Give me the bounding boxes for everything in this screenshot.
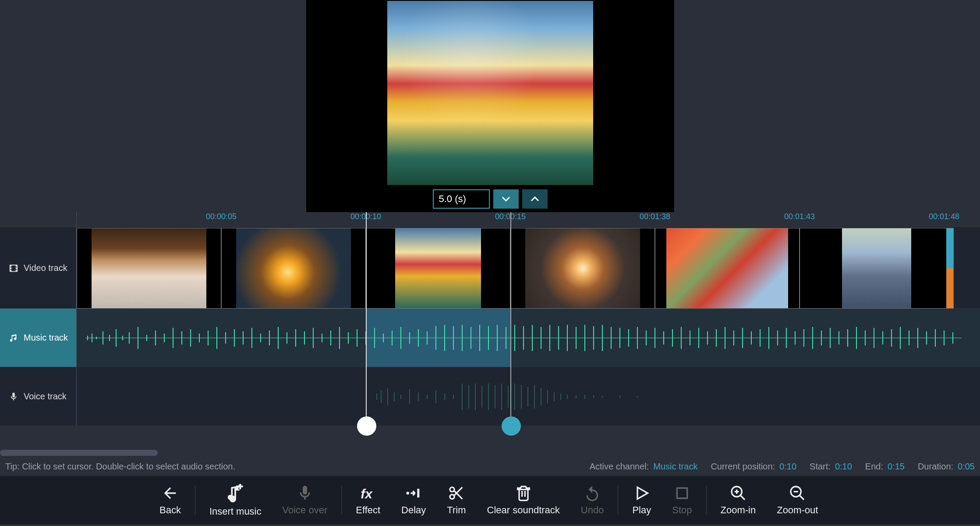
playhead-end[interactable] (510, 212, 511, 426)
horizontal-scrollbar-track[interactable] (0, 448, 980, 457)
zoom-out-icon (789, 484, 806, 502)
video-clip[interactable] (221, 228, 366, 309)
duration-decrease-button[interactable] (493, 189, 519, 209)
svg-rect-145 (417, 489, 420, 498)
voice-track-row[interactable] (77, 367, 980, 426)
horizontal-scrollbar-thumb[interactable] (0, 450, 158, 456)
voice-over-button[interactable]: Voice over (272, 476, 338, 524)
music-track-label[interactable]: Music track (0, 309, 76, 367)
delay-button[interactable]: Delay (391, 476, 436, 524)
svg-rect-2 (10, 267, 12, 269)
delay-icon (405, 484, 422, 502)
undo-icon (584, 484, 601, 502)
chevron-up-icon (530, 194, 540, 204)
svg-rect-6 (16, 270, 18, 271)
clear-soundtrack-button[interactable]: Clear soundtrack (477, 476, 570, 524)
playhead-end-handle[interactable] (502, 416, 521, 436)
undo-button[interactable]: Undo (570, 476, 615, 524)
music-track-row[interactable] (77, 309, 980, 367)
timeline-ruler[interactable]: 00:00:05 00:00:10 00:00:15 00:01:38 00:0… (77, 212, 980, 227)
label-text: Video track (24, 263, 67, 273)
svg-rect-5 (16, 267, 18, 269)
status-tip: Tip: Click to set cursor. Double-click t… (5, 462, 235, 472)
trash-icon (515, 484, 532, 502)
zoom-in-button[interactable]: Zoom-in (710, 476, 767, 524)
ruler-tick: 00:01:43 (784, 212, 815, 221)
video-clip[interactable] (510, 228, 655, 309)
timeline-ruler-row: 00:00:05 00:00:10 00:00:15 00:01:38 00:0… (0, 212, 980, 228)
duration-input[interactable] (433, 189, 490, 209)
duration-increase-button[interactable] (522, 189, 548, 209)
zoom-in-icon (729, 484, 747, 502)
effect-button[interactable]: fx Effect (345, 476, 391, 524)
svg-rect-148 (677, 488, 687, 498)
ruler-tick: 00:00:05 (206, 212, 237, 221)
video-track-row[interactable] (77, 228, 980, 309)
timeline-tracks: Video track Music track Voice track (0, 228, 980, 426)
ruler-tick: 00:01:48 (929, 212, 959, 221)
svg-text:fx: fx (361, 487, 373, 501)
label-text: Music track (24, 333, 68, 343)
play-icon (633, 484, 651, 502)
chevron-down-icon (501, 194, 511, 204)
playhead-start-handle[interactable] (357, 416, 376, 436)
back-button[interactable]: Back (149, 476, 191, 524)
svg-rect-3 (10, 270, 12, 271)
music-note-icon (9, 333, 18, 343)
status-bar: Tip: Click to set cursor. Double-click t… (0, 457, 980, 476)
preview-area (0, 0, 980, 212)
status-start: Start: 0:10 (810, 462, 852, 472)
stop-button[interactable]: Stop (662, 476, 702, 524)
microphone-icon (296, 484, 314, 502)
arrow-left-icon (161, 484, 179, 502)
svg-rect-4 (16, 265, 18, 267)
microphone-icon (9, 392, 18, 402)
status-duration: Duration: 0:05 (918, 462, 975, 472)
duration-bar (306, 186, 674, 212)
label-text: Voice track (24, 391, 67, 402)
voice-track-label[interactable]: Voice track (0, 367, 76, 426)
preview-image (306, 0, 674, 186)
playhead-start[interactable] (366, 212, 367, 426)
video-clip[interactable] (655, 228, 800, 309)
video-clip[interactable] (77, 228, 221, 309)
video-track-label[interactable]: Video track (0, 228, 76, 309)
preview-frame (306, 0, 674, 212)
video-clip[interactable] (800, 228, 954, 309)
status-end: End: 0:15 (865, 462, 905, 472)
trim-button[interactable]: Trim (436, 476, 476, 524)
music-plus-icon (225, 483, 245, 503)
scissors-icon (448, 484, 465, 502)
fx-icon: fx (359, 484, 377, 502)
video-clip[interactable] (366, 228, 510, 309)
track-content[interactable] (77, 228, 980, 426)
film-icon (9, 263, 18, 273)
status-current-position: Current position: 0:10 (711, 462, 796, 472)
bottom-toolbar: Back Insert music Voice over fx Effect D… (0, 476, 980, 524)
insert-music-button[interactable]: Insert music (199, 476, 272, 524)
play-button[interactable]: Play (622, 476, 662, 524)
music-waveform (85, 323, 962, 353)
stop-icon (673, 484, 691, 502)
svg-rect-1 (10, 265, 12, 267)
zoom-out-button[interactable]: Zoom-out (766, 476, 828, 524)
ruler-tick: 00:01:38 (640, 212, 670, 221)
status-active-channel: Active channel: Music track (590, 462, 698, 472)
svg-point-144 (407, 492, 410, 495)
voice-waveform (375, 381, 655, 412)
